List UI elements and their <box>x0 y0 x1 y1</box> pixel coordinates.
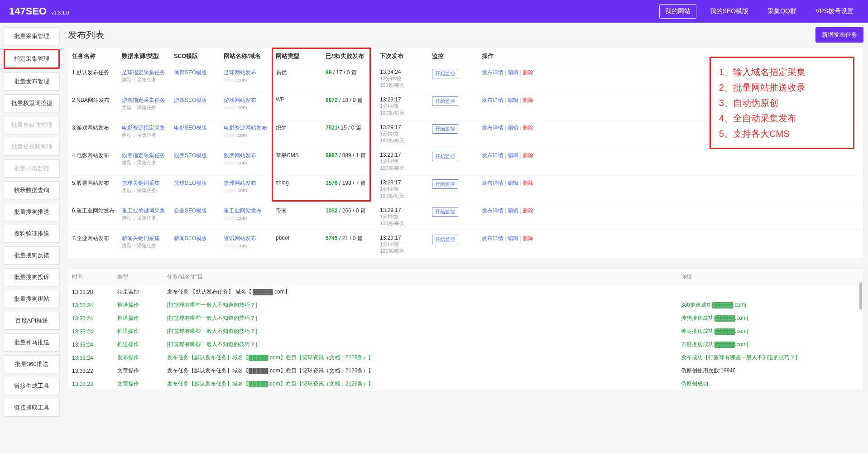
monitor-button[interactable]: 开始监控 <box>432 96 458 106</box>
sidebar-item-10[interactable]: 批量搜狗反馈 <box>4 246 60 265</box>
cell-monitor: 开始监控 <box>428 176 478 203</box>
sidebar-item-11[interactable]: 批量搜狗投诉 <box>4 268 60 286</box>
monitor-button[interactable]: 开始监控 <box>432 69 458 78</box>
sidebar-item-3[interactable]: 批量权重词挖掘 <box>4 94 60 112</box>
cell-count: 1578 / 198 / 7 篇 <box>322 176 376 203</box>
op-detail-link[interactable]: 发布详情 <box>482 207 504 214</box>
header-nav: 我的网站我的SEO模版采集QQ群VPS拨号设置 <box>659 4 859 19</box>
op-delete-link[interactable]: 删除 <box>523 125 533 131</box>
log-task: [打篮球有哪些一般人不知道的技巧？] <box>163 325 677 338</box>
log-type: 结束监控 <box>114 285 163 299</box>
cell-site: 篮球网站发布xxxxx.com <box>220 176 272 203</box>
op-edit-link[interactable]: 编辑 <box>508 125 518 131</box>
monitor-button[interactable]: 开始监控 <box>432 235 458 244</box>
cell-source: 重工业关键词采集类型：采集任务 <box>118 203 170 231</box>
op-detail-link[interactable]: 发布详情 <box>482 180 504 186</box>
seo-link[interactable]: 股票SEO模版 <box>174 152 207 159</box>
op-delete-link[interactable]: 删除 <box>523 97 533 103</box>
sidebar-item-8[interactable]: 批量搜狗推送 <box>4 203 60 221</box>
seo-link[interactable]: 企业SEO模版 <box>174 207 207 214</box>
sidebar-item-13[interactable]: 百度API推送 <box>4 312 60 330</box>
op-delete-link[interactable]: 删除 <box>523 152 533 159</box>
cell-ops: 发布详情|编辑|删除 <box>478 148 863 176</box>
op-delete-link[interactable]: 删除 <box>523 207 533 214</box>
cell-seo: 新闻SEO模版 <box>170 231 220 259</box>
cell-site: 游戏网站发布xxxxx.com <box>220 93 272 120</box>
seo-link[interactable]: 新闻SEO模版 <box>174 235 207 241</box>
source-link[interactable]: 电影资源指定采集 <box>122 125 165 131</box>
log-detail: 发布成功【打篮球有哪些一般人不知道的技巧？】 <box>677 351 863 364</box>
cell-next: 13:29:171分钟/篇100篇/每天 <box>376 148 428 176</box>
cell-source: 新闻关键词采集类型：采集任务 <box>118 231 170 259</box>
op-edit-link[interactable]: 编辑 <box>508 207 518 214</box>
op-detail-link[interactable]: 发布详情 <box>482 69 504 76</box>
op-detail-link[interactable]: 发布详情 <box>482 97 504 103</box>
op-delete-link[interactable]: 删除 <box>523 69 533 76</box>
seo-link[interactable]: 篮球SEO模版 <box>174 180 207 186</box>
nav-link-0[interactable]: 我的网站 <box>659 4 696 19</box>
sidebar-item-1[interactable]: 指定采集管理 <box>4 49 60 69</box>
source-link[interactable]: 新闻关键词采集 <box>122 235 160 241</box>
monitor-button[interactable]: 开始监控 <box>432 152 458 161</box>
op-edit-link[interactable]: 编辑 <box>508 69 518 76</box>
op-edit-link[interactable]: 编辑 <box>508 180 518 186</box>
monitor-button[interactable]: 开始监控 <box>432 124 458 134</box>
add-publish-task-button[interactable]: 新增发布任务 <box>815 27 863 43</box>
op-detail-link[interactable]: 发布详情 <box>482 125 504 131</box>
annotation-box: 1、输入域名指定采集2、批量网站推送收录3、自动伪原创4、全自动采集发布5、支持… <box>710 57 854 149</box>
log-table-header-row: 时间类型任务/域名/栏目详情 <box>68 269 863 285</box>
sidebar-item-12[interactable]: 批量搜狗绑站 <box>4 290 60 308</box>
seo-link[interactable]: 游戏SEO模版 <box>174 97 207 103</box>
op-edit-link[interactable]: 编辑 <box>508 97 518 103</box>
log-detail: 百度推送成功[▓▓▓▓▓.com] <box>677 338 863 351</box>
sidebar-item-14[interactable]: 批量神马推送 <box>4 333 60 352</box>
seo-link[interactable]: 电影SEO模版 <box>174 125 207 131</box>
pub-col-7: 监控 <box>428 48 478 65</box>
cell-name: 7.企业网站发布 <box>68 231 118 259</box>
seo-link[interactable]: 体育SEO模版 <box>174 69 207 76</box>
log-row: 13:33:22文章操作发布任务【默认发布任务】域名【▓▓▓▓▓.com】栏目【… <box>68 377 863 390</box>
source-link[interactable]: 篮球关键词采集 <box>122 180 160 186</box>
site-link[interactable]: 股票网站发布 <box>224 152 256 159</box>
cell-name: 1.默认发布任务 <box>68 65 118 93</box>
sidebar-item-0[interactable]: 批量采集管理 <box>4 27 60 45</box>
log-time: 13:33:22 <box>68 377 114 390</box>
log-task: 发布任务【默认发布任务】域名【▓▓▓▓▓.com】栏目【篮球资讯（文档：2126… <box>163 351 677 364</box>
monitor-button[interactable]: 开始监控 <box>432 179 458 189</box>
site-link[interactable]: 足球网站发布 <box>224 69 256 76</box>
cell-monitor: 开始监控 <box>428 120 478 148</box>
op-delete-link[interactable]: 删除 <box>523 180 533 186</box>
cell-monitor: 开始监控 <box>428 93 478 120</box>
source-link[interactable]: 重工业关键词采集 <box>122 207 165 214</box>
monitor-button[interactable]: 开始监控 <box>432 207 458 217</box>
source-link[interactable]: 股票指定采集任务 <box>122 152 165 159</box>
nav-link-2[interactable]: 采集QQ群 <box>762 5 802 18</box>
site-link[interactable]: 篮球网站发布 <box>224 180 256 186</box>
sidebar-item-7[interactable]: 收录数据查询 <box>4 181 60 199</box>
op-edit-link[interactable]: 编辑 <box>508 235 518 241</box>
op-detail-link[interactable]: 发布详情 <box>482 235 504 241</box>
sidebar: 批量采集管理指定采集管理批量发布管理批量权重词挖掘批量自媒体管理批量短视频管理批… <box>0 23 63 421</box>
domain-text: xxxxx.com <box>224 243 247 248</box>
log-scrollbar-thumb[interactable] <box>859 282 862 309</box>
pub-col-6: 下次发布 <box>376 48 428 65</box>
sidebar-item-15[interactable]: 批量360推送 <box>4 355 60 373</box>
sidebar-item-16[interactable]: 链接生成工具 <box>4 377 60 395</box>
sidebar-item-17[interactable]: 链接抓取工具 <box>4 399 60 417</box>
sidebar-item-9[interactable]: 搜狗验证推送 <box>4 225 60 243</box>
site-link[interactable]: 资讯网站发布 <box>224 235 256 241</box>
source-link[interactable]: 足球指定采集任务 <box>122 69 165 76</box>
nav-link-1[interactable]: 我的SEO模版 <box>705 5 754 18</box>
cell-source: 篮球关键词采集类型：采集任务 <box>118 176 170 203</box>
cell-source: 股票指定采集任务类型：采集任务 <box>118 148 170 176</box>
cell-monitor: 开始监控 <box>428 231 478 259</box>
source-link[interactable]: 游戏指定采集任务 <box>122 97 165 103</box>
site-link[interactable]: 游戏网站发布 <box>224 97 256 103</box>
sidebar-item-2[interactable]: 批量发布管理 <box>4 72 60 91</box>
op-delete-link[interactable]: 删除 <box>523 235 533 241</box>
site-link[interactable]: 重工业网站发布 <box>224 207 262 214</box>
op-edit-link[interactable]: 编辑 <box>508 152 518 159</box>
nav-link-3[interactable]: VPS拨号设置 <box>810 5 859 18</box>
op-detail-link[interactable]: 发布详情 <box>482 152 504 159</box>
site-link[interactable]: 电影资源网站发布 <box>224 125 267 131</box>
